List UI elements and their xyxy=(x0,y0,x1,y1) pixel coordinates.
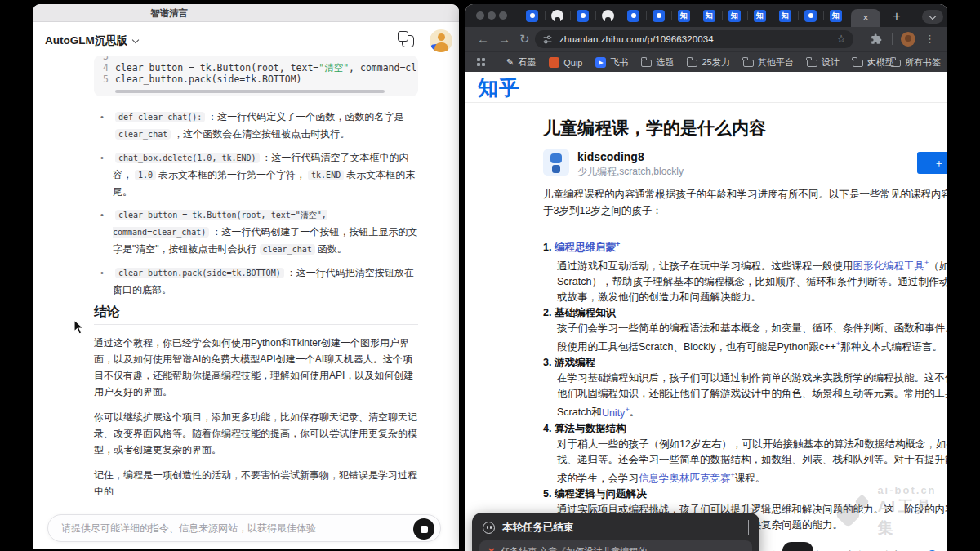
author-avatar[interactable] xyxy=(543,149,569,176)
text-segment: ，这个函数会在清空按钮被点击时执行。 xyxy=(173,128,350,140)
toast-collapse-button[interactable] xyxy=(748,520,749,535)
stop-generation-button[interactable] xyxy=(413,518,434,540)
model-selector[interactable]: AutoGLM沉思版 xyxy=(45,33,138,48)
window-titlebar[interactable]: 智谱清言 xyxy=(33,4,459,22)
toolbar-divider xyxy=(892,33,893,45)
code-text: clear_button = tk.Button(root, text= xyxy=(115,62,318,73)
explanation-bullet: clear_button.pack(side=tk.BOTTOM)：这一行代码把… xyxy=(94,264,418,298)
browser-window: 知知知知知知 × + ← → ↻ zhuanlan.zhihu.com/p/10… xyxy=(466,4,947,551)
article-link[interactable]: 图形化编程工具+ xyxy=(853,260,929,272)
pinned-tab-zhipu[interactable] xyxy=(646,4,671,27)
quip-icon xyxy=(549,57,559,68)
text-segment: 编程逻辑与问题解决 xyxy=(555,488,647,500)
close-icon[interactable]: × xyxy=(862,13,868,23)
zhipu-favicon xyxy=(526,10,538,22)
all-bookmarks-label: 所有书签 xyxy=(905,56,941,69)
traffic-light-close[interactable] xyxy=(476,11,484,20)
traffic-light-zoom[interactable] xyxy=(499,11,507,20)
item-number: 2. xyxy=(543,307,555,318)
extensions-icon[interactable] xyxy=(871,33,882,45)
tab-search-button[interactable] xyxy=(922,10,943,24)
article-item-heading: 3. 游戏编程 xyxy=(543,355,947,371)
bookmark-item[interactable]: 石墨 xyxy=(506,56,536,69)
article-line: Scratch），帮助孩子理解基本的编程概念，比如顺序、循环和条件判断等。通过制… xyxy=(543,274,947,290)
item-number: 1. xyxy=(543,242,555,253)
traffic-light-minimize[interactable] xyxy=(488,11,496,20)
sup-plus-icon[interactable]: + xyxy=(616,240,620,248)
author-name[interactable]: kidscoding8 xyxy=(577,150,644,163)
pinned-tab-zhihu[interactable]: 知 xyxy=(823,4,849,27)
pinned-tab-zhihu[interactable]: 知 xyxy=(722,4,747,27)
conclusion-paragraph: 你可以继续扩展这个项目，添加更多功能，比如保存聊天记录、清空聊天记录、改变界面风… xyxy=(94,409,418,458)
new-tab-button[interactable]: + xyxy=(888,7,906,25)
zhihu-logo[interactable]: 知乎 xyxy=(478,74,520,101)
pinned-tab-github[interactable] xyxy=(545,4,570,27)
pinned-tab-zhipu[interactable] xyxy=(570,4,595,27)
zhipu-favicon xyxy=(804,10,817,22)
pinned-tab-zhipu[interactable] xyxy=(519,4,545,27)
article-link[interactable]: Unity+ xyxy=(602,407,630,419)
toast-task-row[interactable]: ✕ 任务结束 文章《如何设计儿童编程的… xyxy=(479,540,752,551)
bookmark-item[interactable]: Quip xyxy=(549,57,582,68)
bookmark-item[interactable]: 飞书 xyxy=(595,56,628,69)
line-number: 5 xyxy=(94,73,115,85)
back-button[interactable]: ← xyxy=(477,27,489,51)
bookmark-item[interactable]: 其他平台 xyxy=(743,56,794,69)
avatar[interactable] xyxy=(430,29,452,52)
reload-button[interactable]: ↻ xyxy=(519,27,530,51)
chat-app-header: AutoGLM沉思版 xyxy=(33,29,459,54)
pinned-tab-zhihu[interactable]: 知 xyxy=(697,4,722,27)
zhihu-top-nav: 知乎 xyxy=(466,72,947,103)
follow-button[interactable]: ＋ 关 xyxy=(917,152,947,174)
browser-menu-icon[interactable]: ⋮ xyxy=(924,27,935,51)
pinned-tab-zhihu[interactable]: 知 xyxy=(747,4,773,27)
chat-input[interactable] xyxy=(61,515,404,541)
toast-detail: 任务结束 文章《如何设计儿童编程的… xyxy=(501,545,656,551)
conclusion-paragraph: 记住，编程是一项创造性的活动，不要害怕尝试新事物，犯错误是学习过程中的一 xyxy=(94,467,418,500)
folder-icon xyxy=(687,60,697,67)
pinned-tab-zhipu[interactable] xyxy=(621,4,646,27)
profile-avatar[interactable] xyxy=(901,32,915,47)
code-block[interactable]: 3 4clear_button = tk.Button(root, text="… xyxy=(94,56,418,96)
page-viewport: 知乎 儿童编程课，学的是什么内容 kidscoding8 少儿编程,scratc… xyxy=(466,72,947,551)
article-link[interactable]: 信息学奥林匹克竞赛+ xyxy=(639,473,735,484)
stop-icon xyxy=(421,526,428,533)
pinned-tab-zhihu[interactable]: 知 xyxy=(671,4,697,27)
folder-icon xyxy=(853,60,863,67)
bookmark-item[interactable]: 设计 xyxy=(807,56,840,69)
text-segment: 对于稍大一些的孩子（例如12岁左右），可以开始接触基本的算法和数据结构概念，如排 xyxy=(557,438,947,450)
bookmark-item[interactable]: 25发力 xyxy=(687,56,729,69)
article-item-heading: 4. 算法与数据结构 xyxy=(543,421,947,437)
active-tab[interactable]: × xyxy=(851,9,880,27)
zhipu-favicon xyxy=(577,10,589,22)
toast-header[interactable]: 本轮任务已结束 xyxy=(472,513,760,540)
copy-icon[interactable] xyxy=(402,35,414,47)
pinned-tab-zhipu[interactable] xyxy=(798,4,823,27)
tune-icon[interactable] xyxy=(542,34,553,45)
article-line: 找、递归等。还会学习一些简单的数据结构，如数组、列表、栈和队列等。对于有提升能 xyxy=(543,452,947,468)
folder-icon xyxy=(743,60,754,67)
article-line: Scratch和Unity+。 xyxy=(543,402,947,420)
bookmark-star-icon[interactable]: ☆ xyxy=(836,33,846,45)
github-favicon xyxy=(551,10,564,22)
pinned-tab-zhihu[interactable]: 知 xyxy=(773,4,798,27)
forward-button[interactable]: → xyxy=(498,27,510,51)
text-segment: 那种文本式编程语言。 xyxy=(840,341,942,353)
item-number: 5. xyxy=(543,488,555,500)
horizontal-scrollbar[interactable] xyxy=(115,90,385,93)
pinned-tabs: 知知知知知知 xyxy=(519,4,849,27)
article-link[interactable]: 编程思维启蒙+ xyxy=(555,242,620,253)
browser-toolbar: ← → ↻ zhuanlan.zhihu.com/p/10966320034 ☆… xyxy=(466,27,947,51)
bookmark-item[interactable]: 选题 xyxy=(641,56,674,69)
bookmarks-overflow-chevron[interactable]: » xyxy=(867,57,873,69)
task-icon: ✕ xyxy=(488,547,495,551)
apps-grid-icon[interactable] xyxy=(477,58,485,66)
article-line: 或故事，激发他们的创造力和问题解决能力。 xyxy=(543,290,947,305)
inline-code: clear_chat xyxy=(260,244,315,255)
floating-button[interactable] xyxy=(782,542,813,551)
bookmark-label: Quip xyxy=(564,58,582,68)
pinned-tab-github[interactable] xyxy=(595,4,621,27)
code-string: "清空" xyxy=(318,62,349,73)
all-bookmarks[interactable]: 所有书签 xyxy=(890,56,941,69)
address-bar[interactable]: zhuanlan.zhihu.com/p/10966320034 ☆ xyxy=(535,30,853,48)
